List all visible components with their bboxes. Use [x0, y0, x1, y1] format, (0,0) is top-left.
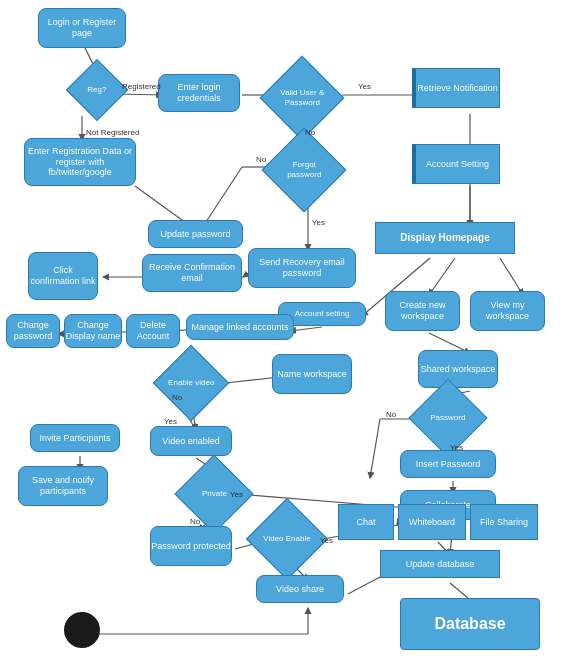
svg-line-21: [370, 419, 380, 478]
enable-video-diamond: Enable video: [153, 345, 229, 421]
forgot-password-diamond: Forgot password: [262, 128, 347, 213]
view-workspace-label: View my workspace: [471, 300, 544, 322]
enter-reg-node: Enter Registration Data or register with…: [24, 138, 136, 186]
svg-line-16: [500, 258, 523, 295]
login-register-label: Login or Register page: [39, 17, 125, 39]
password-diamond: Password: [408, 378, 487, 457]
valid-user-label: Valid User & Password: [273, 88, 331, 107]
change-password-node: Change password: [6, 314, 60, 348]
enter-login-label: Enter login credentials: [159, 82, 239, 104]
create-workspace-label: Create new workspace: [386, 300, 459, 322]
click-confirm-node: Click confirmation link: [28, 252, 98, 300]
svg-line-8: [202, 167, 242, 228]
display-homepage-node: Display Homepage: [375, 222, 515, 254]
video-enable-diamond-label: Video Enable: [263, 534, 310, 544]
account-setting-small-label: Account setting: [295, 309, 350, 319]
name-workspace-node: Name workspace: [272, 354, 352, 394]
change-display-name-node: Change Display name: [64, 314, 122, 348]
database-label: Database: [434, 614, 505, 633]
change-display-name-label: Change Display name: [65, 320, 121, 342]
shared-workspace-label: Shared workspace: [421, 364, 496, 375]
delete-account-label: Delete Account: [127, 320, 179, 342]
password-protected-label: Password protected: [151, 541, 231, 552]
delete-account-node: Delete Account: [126, 314, 180, 348]
video-share-node: Video share: [256, 575, 344, 603]
registered-diamond: Reg?: [66, 59, 128, 121]
no1-label: No: [305, 128, 315, 137]
chat-label: Chat: [356, 517, 375, 528]
whiteboard-label: Whiteboard: [409, 517, 455, 528]
no5-label: No: [190, 517, 200, 526]
update-password-label: Update password: [160, 229, 230, 240]
not-registered-label: Not Registered: [86, 128, 139, 137]
database-node: Database: [400, 598, 540, 650]
svg-line-23: [290, 327, 322, 331]
svg-line-1: [119, 94, 162, 95]
view-workspace-node: View my workspace: [470, 291, 545, 331]
yes4-label: Yes: [450, 443, 463, 452]
yes1-label: Yes: [358, 82, 371, 91]
update-database-node: Update database: [380, 550, 500, 578]
chat-node: Chat: [338, 504, 394, 540]
receive-confirm-node: Receive Confirmation email: [142, 254, 242, 292]
insert-password-node: Insert Password: [400, 450, 496, 478]
password-protected-node: Password protected: [150, 526, 232, 566]
manage-linked-label: Manage linked accounts: [191, 322, 288, 333]
enable-video-label: Enable video: [168, 378, 214, 388]
yes6-label: Yes: [320, 536, 333, 545]
yes3-label: Yes: [164, 417, 177, 426]
save-notify-node: Save and notify participants: [18, 466, 108, 506]
update-password-node: Update password: [148, 220, 243, 248]
name-workspace-label: Name workspace: [277, 369, 347, 380]
no4-label: No: [386, 410, 396, 419]
account-setting-top-node: Account Setting: [412, 144, 500, 184]
enter-login-node: Enter login credentials: [158, 74, 240, 112]
update-database-label: Update database: [406, 559, 475, 570]
save-notify-label: Save and notify participants: [19, 475, 107, 497]
send-recovery-label: Send Recovery email password: [249, 257, 355, 279]
yes2-label: Yes: [312, 218, 325, 227]
invite-participants-label: Invite Participants: [39, 433, 110, 444]
registered-label: Registered: [122, 82, 161, 91]
yes5-label: Yes: [230, 490, 243, 499]
password-diamond-label: Password: [430, 413, 465, 423]
retrieve-notif-label: Retrieve Notification: [417, 83, 498, 94]
create-workspace-node: Create new workspace: [385, 291, 460, 331]
svg-line-15: [429, 258, 455, 295]
video-share-label: Video share: [276, 584, 324, 595]
no2-label: No: [256, 155, 266, 164]
receive-confirm-label: Receive Confirmation email: [143, 262, 241, 284]
video-enable-diamond: Video Enable: [246, 498, 328, 580]
no3-label: No: [172, 393, 182, 402]
click-confirm-label: Click confirmation link: [29, 265, 97, 287]
manage-linked-node: Manage linked accounts: [186, 314, 294, 340]
change-password-label: Change password: [7, 320, 59, 342]
account-setting-top-label: Account Setting: [426, 159, 489, 170]
file-sharing-label: File Sharing: [480, 517, 528, 528]
login-register-node: Login or Register page: [38, 8, 126, 48]
send-recovery-node: Send Recovery email password: [248, 248, 356, 288]
forgot-password-label: Forgot password: [275, 160, 333, 179]
terminal-node: [64, 612, 100, 648]
video-enabled-node: Video enabled: [150, 426, 232, 456]
display-homepage-label: Display Homepage: [400, 232, 489, 244]
video-enabled-label: Video enabled: [162, 436, 219, 447]
retrieve-notif-node: Retrieve Notification: [412, 68, 500, 108]
whiteboard-node: Whiteboard: [398, 504, 466, 540]
file-sharing-node: File Sharing: [470, 504, 538, 540]
enter-reg-label: Enter Registration Data or register with…: [25, 146, 135, 178]
private-diamond-label: Private: [202, 489, 227, 499]
invite-participants-node: Invite Participants: [30, 424, 120, 452]
flowchart-diagram: Login or Register page Reg? Enter login …: [0, 0, 572, 660]
shared-workspace-node: Shared workspace: [418, 350, 498, 388]
registered-diamond-label: Reg?: [87, 85, 106, 95]
insert-password-label: Insert Password: [416, 459, 481, 470]
